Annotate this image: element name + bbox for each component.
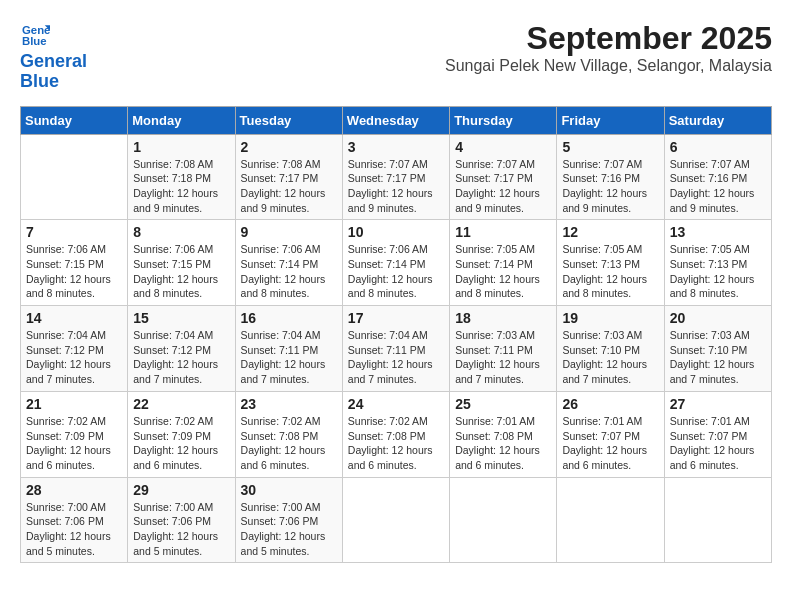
day-info: Sunrise: 7:03 AMSunset: 7:10 PMDaylight:… — [670, 328, 766, 387]
day-number: 4 — [455, 139, 551, 155]
day-info: Sunrise: 7:07 AMSunset: 7:17 PMDaylight:… — [348, 157, 444, 216]
calendar-cell — [557, 477, 664, 563]
day-number: 16 — [241, 310, 337, 326]
day-info: Sunrise: 7:08 AMSunset: 7:17 PMDaylight:… — [241, 157, 337, 216]
day-info: Sunrise: 7:07 AMSunset: 7:16 PMDaylight:… — [562, 157, 658, 216]
day-number: 29 — [133, 482, 229, 498]
day-number: 18 — [455, 310, 551, 326]
day-number: 23 — [241, 396, 337, 412]
day-number: 2 — [241, 139, 337, 155]
calendar-header-row: SundayMondayTuesdayWednesdayThursdayFrid… — [21, 106, 772, 134]
calendar-table: SundayMondayTuesdayWednesdayThursdayFrid… — [20, 106, 772, 564]
day-number: 14 — [26, 310, 122, 326]
day-number: 20 — [670, 310, 766, 326]
calendar-cell: 3Sunrise: 7:07 AMSunset: 7:17 PMDaylight… — [342, 134, 449, 220]
calendar-cell — [450, 477, 557, 563]
calendar-cell: 15Sunrise: 7:04 AMSunset: 7:12 PMDayligh… — [128, 306, 235, 392]
calendar-week-4: 21Sunrise: 7:02 AMSunset: 7:09 PMDayligh… — [21, 391, 772, 477]
calendar-cell: 9Sunrise: 7:06 AMSunset: 7:14 PMDaylight… — [235, 220, 342, 306]
day-number: 1 — [133, 139, 229, 155]
calendar-cell: 13Sunrise: 7:05 AMSunset: 7:13 PMDayligh… — [664, 220, 771, 306]
calendar-cell: 7Sunrise: 7:06 AMSunset: 7:15 PMDaylight… — [21, 220, 128, 306]
calendar-week-1: 1Sunrise: 7:08 AMSunset: 7:18 PMDaylight… — [21, 134, 772, 220]
calendar-cell: 22Sunrise: 7:02 AMSunset: 7:09 PMDayligh… — [128, 391, 235, 477]
calendar-cell: 17Sunrise: 7:04 AMSunset: 7:11 PMDayligh… — [342, 306, 449, 392]
day-info: Sunrise: 7:00 AMSunset: 7:06 PMDaylight:… — [133, 500, 229, 559]
day-number: 5 — [562, 139, 658, 155]
calendar-cell: 27Sunrise: 7:01 AMSunset: 7:07 PMDayligh… — [664, 391, 771, 477]
calendar-cell: 5Sunrise: 7:07 AMSunset: 7:16 PMDaylight… — [557, 134, 664, 220]
page-title: September 2025 — [445, 20, 772, 57]
day-info: Sunrise: 7:06 AMSunset: 7:14 PMDaylight:… — [348, 242, 444, 301]
header-saturday: Saturday — [664, 106, 771, 134]
calendar-week-2: 7Sunrise: 7:06 AMSunset: 7:15 PMDaylight… — [21, 220, 772, 306]
calendar-cell — [664, 477, 771, 563]
day-info: Sunrise: 7:05 AMSunset: 7:14 PMDaylight:… — [455, 242, 551, 301]
day-number: 3 — [348, 139, 444, 155]
header-thursday: Thursday — [450, 106, 557, 134]
calendar-cell: 18Sunrise: 7:03 AMSunset: 7:11 PMDayligh… — [450, 306, 557, 392]
calendar-cell: 2Sunrise: 7:08 AMSunset: 7:17 PMDaylight… — [235, 134, 342, 220]
calendar-cell: 25Sunrise: 7:01 AMSunset: 7:08 PMDayligh… — [450, 391, 557, 477]
calendar-cell: 21Sunrise: 7:02 AMSunset: 7:09 PMDayligh… — [21, 391, 128, 477]
day-number: 8 — [133, 224, 229, 240]
logo: General Blue General Blue — [20, 20, 87, 92]
calendar-cell: 12Sunrise: 7:05 AMSunset: 7:13 PMDayligh… — [557, 220, 664, 306]
day-number: 12 — [562, 224, 658, 240]
day-number: 27 — [670, 396, 766, 412]
day-number: 25 — [455, 396, 551, 412]
day-info: Sunrise: 7:02 AMSunset: 7:08 PMDaylight:… — [241, 414, 337, 473]
day-info: Sunrise: 7:04 AMSunset: 7:12 PMDaylight:… — [133, 328, 229, 387]
header-monday: Monday — [128, 106, 235, 134]
day-number: 9 — [241, 224, 337, 240]
calendar-cell: 26Sunrise: 7:01 AMSunset: 7:07 PMDayligh… — [557, 391, 664, 477]
calendar-cell: 11Sunrise: 7:05 AMSunset: 7:14 PMDayligh… — [450, 220, 557, 306]
day-number: 6 — [670, 139, 766, 155]
day-number: 26 — [562, 396, 658, 412]
calendar-cell: 8Sunrise: 7:06 AMSunset: 7:15 PMDaylight… — [128, 220, 235, 306]
day-number: 13 — [670, 224, 766, 240]
day-number: 17 — [348, 310, 444, 326]
header-tuesday: Tuesday — [235, 106, 342, 134]
day-number: 7 — [26, 224, 122, 240]
calendar-cell — [21, 134, 128, 220]
day-info: Sunrise: 7:01 AMSunset: 7:07 PMDaylight:… — [562, 414, 658, 473]
day-info: Sunrise: 7:04 AMSunset: 7:11 PMDaylight:… — [241, 328, 337, 387]
logo-icon: General Blue — [22, 20, 50, 48]
svg-text:Blue: Blue — [22, 35, 47, 47]
day-info: Sunrise: 7:04 AMSunset: 7:12 PMDaylight:… — [26, 328, 122, 387]
calendar-cell: 19Sunrise: 7:03 AMSunset: 7:10 PMDayligh… — [557, 306, 664, 392]
day-info: Sunrise: 7:01 AMSunset: 7:08 PMDaylight:… — [455, 414, 551, 473]
calendar-cell: 1Sunrise: 7:08 AMSunset: 7:18 PMDaylight… — [128, 134, 235, 220]
day-number: 28 — [26, 482, 122, 498]
day-info: Sunrise: 7:02 AMSunset: 7:08 PMDaylight:… — [348, 414, 444, 473]
calendar-cell: 20Sunrise: 7:03 AMSunset: 7:10 PMDayligh… — [664, 306, 771, 392]
day-info: Sunrise: 7:07 AMSunset: 7:17 PMDaylight:… — [455, 157, 551, 216]
day-info: Sunrise: 7:03 AMSunset: 7:10 PMDaylight:… — [562, 328, 658, 387]
calendar-cell: 28Sunrise: 7:00 AMSunset: 7:06 PMDayligh… — [21, 477, 128, 563]
logo-line2: Blue — [20, 71, 59, 91]
day-number: 22 — [133, 396, 229, 412]
header-sunday: Sunday — [21, 106, 128, 134]
day-number: 21 — [26, 396, 122, 412]
day-number: 24 — [348, 396, 444, 412]
day-info: Sunrise: 7:06 AMSunset: 7:15 PMDaylight:… — [26, 242, 122, 301]
day-info: Sunrise: 7:02 AMSunset: 7:09 PMDaylight:… — [133, 414, 229, 473]
calendar-cell: 23Sunrise: 7:02 AMSunset: 7:08 PMDayligh… — [235, 391, 342, 477]
day-info: Sunrise: 7:08 AMSunset: 7:18 PMDaylight:… — [133, 157, 229, 216]
day-info: Sunrise: 7:06 AMSunset: 7:14 PMDaylight:… — [241, 242, 337, 301]
logo-line1: General — [20, 51, 87, 71]
calendar-cell: 30Sunrise: 7:00 AMSunset: 7:06 PMDayligh… — [235, 477, 342, 563]
day-info: Sunrise: 7:05 AMSunset: 7:13 PMDaylight:… — [562, 242, 658, 301]
calendar-week-3: 14Sunrise: 7:04 AMSunset: 7:12 PMDayligh… — [21, 306, 772, 392]
day-info: Sunrise: 7:00 AMSunset: 7:06 PMDaylight:… — [241, 500, 337, 559]
day-info: Sunrise: 7:07 AMSunset: 7:16 PMDaylight:… — [670, 157, 766, 216]
calendar-cell: 29Sunrise: 7:00 AMSunset: 7:06 PMDayligh… — [128, 477, 235, 563]
day-number: 10 — [348, 224, 444, 240]
day-info: Sunrise: 7:00 AMSunset: 7:06 PMDaylight:… — [26, 500, 122, 559]
calendar-cell — [342, 477, 449, 563]
header-friday: Friday — [557, 106, 664, 134]
day-number: 30 — [241, 482, 337, 498]
page-subtitle: Sungai Pelek New Village, Selangor, Mala… — [445, 57, 772, 75]
day-info: Sunrise: 7:06 AMSunset: 7:15 PMDaylight:… — [133, 242, 229, 301]
